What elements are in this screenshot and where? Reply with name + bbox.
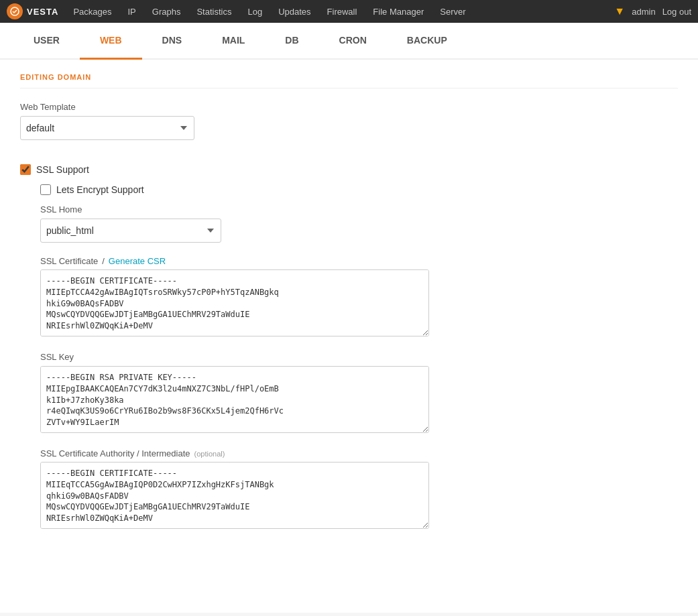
ssl-key-section: SSL Key -----BEGIN RSA PRIVATE KEY----- …	[40, 352, 678, 435]
tab-user[interactable]: USER	[13, 23, 80, 60]
editing-domain-label: EDITING DOMAIN	[20, 73, 678, 88]
ssl-cert-label: SSL Certificate	[40, 256, 98, 266]
nav-server[interactable]: Server	[432, 0, 473, 23]
ssl-ca-label: SSL Certificate Authority / Intermediate	[40, 448, 190, 458]
tab-web[interactable]: WEB	[80, 23, 142, 60]
tab-backup[interactable]: BACKUP	[387, 23, 467, 60]
ssl-certificate-section: SSL Certificate / Generate CSR -----BEGI…	[40, 256, 678, 338]
right-section: ▼ admin Log out	[614, 5, 691, 17]
ssl-support-checkbox[interactable]	[20, 164, 31, 175]
web-template-section: Web Template default caching hosting pro…	[20, 102, 678, 140]
nav-log[interactable]: Log	[239, 0, 270, 23]
ssl-support-label[interactable]: SSL Support	[36, 164, 89, 175]
ssl-certificate-textarea[interactable]: -----BEGIN CERTIFICATE----- MIIEpTCCA42g…	[40, 269, 429, 336]
generate-csr-link[interactable]: Generate CSR	[109, 256, 166, 266]
ssl-home-section: SSL Home public_html home ssl	[40, 204, 678, 243]
lets-encrypt-row: Lets Encrypt Support	[40, 184, 678, 195]
ssl-ca-textarea[interactable]: -----BEGIN CERTIFICATE----- MIIEqTCCA5Gg…	[40, 462, 429, 529]
tab-mail[interactable]: MAIL	[202, 23, 265, 60]
nav-graphs[interactable]: Graphs	[144, 0, 189, 23]
logo-text: VESTA	[27, 7, 58, 17]
tab-cron[interactable]: CRON	[319, 23, 387, 60]
ssl-key-label: SSL Key	[40, 352, 678, 362]
nav-firewall[interactable]: Firewall	[319, 0, 365, 23]
nav-updates[interactable]: Updates	[270, 0, 318, 23]
ssl-ca-section: SSL Certificate Authority / Intermediate…	[40, 448, 678, 531]
lets-encrypt-checkbox[interactable]	[40, 184, 51, 195]
nav-packages[interactable]: Packages	[65, 0, 119, 23]
nav-ip[interactable]: IP	[119, 0, 143, 23]
tab-dns[interactable]: DNS	[142, 23, 202, 60]
ssl-home-label: SSL Home	[40, 204, 678, 214]
ssl-home-select[interactable]: public_html home ssl	[40, 219, 221, 243]
admin-username: admin	[632, 7, 655, 17]
ssl-ca-optional: (optional)	[194, 450, 225, 458]
ssl-ca-label-row: SSL Certificate Authority / Intermediate…	[40, 448, 678, 458]
logout-button[interactable]: Log out	[662, 7, 691, 17]
nav-statistics[interactable]: Statistics	[188, 0, 239, 23]
ssl-key-textarea[interactable]: -----BEGIN RSA PRIVATE KEY----- MIIEpgIB…	[40, 366, 429, 433]
notification-bell-icon[interactable]: ▼	[614, 5, 625, 17]
nav-file-manager[interactable]: File Manager	[365, 0, 432, 23]
web-template-select[interactable]: default caching hosting proxy	[20, 116, 194, 140]
ssl-support-row: SSL Support	[20, 164, 678, 175]
ssl-inner-section: Lets Encrypt Support SSL Home public_htm…	[40, 184, 678, 531]
logo-icon	[7, 3, 23, 19]
ssl-cert-label-row: SSL Certificate / Generate CSR	[40, 256, 678, 266]
top-navigation: VESTA Packages IP Graphs Statistics Log …	[0, 0, 698, 23]
tab-db[interactable]: DB	[265, 23, 318, 60]
nav-items: Packages IP Graphs Statistics Log Update…	[65, 0, 614, 23]
cert-separator: /	[102, 256, 105, 266]
tab-navigation: USER WEB DNS MAIL DB CRON BACKUP	[0, 23, 698, 60]
lets-encrypt-label[interactable]: Lets Encrypt Support	[56, 184, 144, 195]
logo[interactable]: VESTA	[7, 3, 58, 19]
main-content: EDITING DOMAIN Web Template default cach…	[0, 60, 698, 613]
ssl-support-section: SSL Support Lets Encrypt Support SSL Hom…	[20, 164, 678, 531]
web-template-label: Web Template	[20, 102, 678, 112]
